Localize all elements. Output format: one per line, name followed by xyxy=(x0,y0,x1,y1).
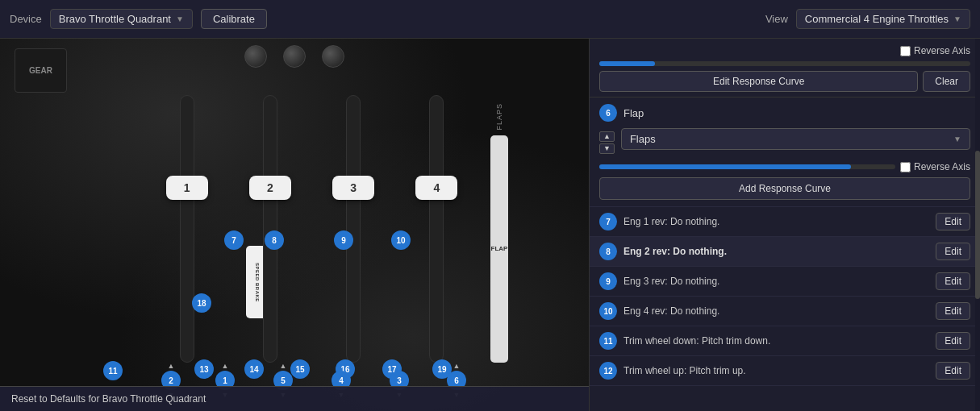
reverse-axis-flap[interactable]: Reverse Axis xyxy=(900,161,970,172)
badge-15[interactable]: 15 xyxy=(290,359,310,379)
action-badge-8: 8 xyxy=(599,243,617,260)
lever-handle-4: 4 xyxy=(415,176,457,200)
badge-6: 6 xyxy=(599,104,617,122)
curve-buttons: Edit Response Curve Clear xyxy=(599,71,970,92)
chevron-down-icon: ▼ xyxy=(176,15,184,23)
edit-button-11[interactable]: Edit xyxy=(936,332,970,350)
device-select[interactable]: Bravo Throttle Quadrant ▼ xyxy=(50,9,193,29)
edit-button-8[interactable]: Edit xyxy=(936,243,970,260)
progress-fill-top xyxy=(599,61,655,66)
badge-9[interactable]: 9 xyxy=(334,230,353,250)
edit-button-7[interactable]: Edit xyxy=(936,213,970,230)
badge-11[interactable]: 11 xyxy=(103,361,123,380)
flap-dropdown-value: Flaps xyxy=(630,133,656,145)
badge-13[interactable]: 13 xyxy=(194,359,214,379)
lever-1: 1 xyxy=(149,95,224,363)
clear-button[interactable]: Clear xyxy=(923,71,970,92)
lever-track-3: 3 xyxy=(346,95,361,363)
action-badge-9: 9 xyxy=(599,272,617,290)
left-panel: GEAR SPEED BRAKE xyxy=(0,39,589,411)
reset-label: Reset to Defaults for Bravo Throttle Qua… xyxy=(11,393,206,405)
reverse-axis-label-flap: Reverse Axis xyxy=(914,161,970,172)
reverse-axis-label-top: Reverse Axis xyxy=(914,45,970,56)
flap-section: 6 Flap ▲ ▼ Flaps ▼ R xyxy=(590,98,980,207)
knob-1 xyxy=(244,45,267,68)
add-response-curve-button[interactable]: Add Response Curve xyxy=(599,177,970,200)
flap-progress-fill xyxy=(599,164,851,169)
lever-3: 3 xyxy=(316,95,391,363)
lever-handle-1: 1 xyxy=(166,176,208,200)
action-row-12: 12Trim wheel up: Pitch trim up.Edit xyxy=(590,356,980,386)
flap-down-button[interactable]: ▼ xyxy=(599,143,615,154)
action-label-10: Eng 4 rev: Do nothing. xyxy=(623,305,929,317)
badge-14[interactable]: 14 xyxy=(244,359,264,379)
reverse-axis-checkbox-flap[interactable] xyxy=(900,162,911,172)
action-label-7: Eng 1 rev: Do nothing. xyxy=(623,216,929,227)
device-value: Bravo Throttle Quadrant xyxy=(59,13,171,25)
chevron-icon-flap: ▼ xyxy=(953,135,961,143)
lever-track-2: 2 xyxy=(263,95,277,363)
action-badge-11: 11 xyxy=(599,332,617,350)
action-row-9: 9Eng 3 rev: Do nothing.Edit xyxy=(590,267,980,297)
action-row-8: 8Eng 2 rev: Do nothing.Edit xyxy=(590,237,980,267)
lever-4: 4 xyxy=(399,95,474,363)
action-rows: 7Eng 1 rev: Do nothing.Edit8Eng 2 rev: D… xyxy=(590,207,980,386)
edit-button-10[interactable]: Edit xyxy=(936,302,970,320)
reverse-axis-top[interactable]: Reverse Axis xyxy=(900,45,970,56)
calibrate-button[interactable]: Calibrate xyxy=(201,9,267,29)
action-badge-7: 7 xyxy=(599,213,617,230)
gear-label: GEAR xyxy=(29,66,52,75)
action-label-8: Eng 2 rev: Do nothing. xyxy=(623,246,929,257)
flap-header: 6 Flap xyxy=(599,104,970,122)
gear-area: GEAR xyxy=(15,48,67,93)
flap-progress-bar xyxy=(599,164,895,169)
flap-handle: FLAP xyxy=(491,245,508,252)
badge-18[interactable]: 18 xyxy=(192,293,211,313)
action-row-7: 7Eng 1 rev: Do nothing.Edit xyxy=(590,207,980,237)
reverse-row-top: Reverse Axis xyxy=(599,45,970,56)
lever-track-1: 1 xyxy=(180,95,194,363)
flap-label: Flap xyxy=(623,107,644,119)
edit-button-12[interactable]: Edit xyxy=(936,362,970,380)
action-label-9: Eng 3 rev: Do nothing. xyxy=(623,276,929,287)
progress-bar-top xyxy=(599,61,970,66)
flap-up-button[interactable]: ▲ xyxy=(599,131,615,142)
view-value: Commercial 4 Engine Throttles xyxy=(805,13,949,25)
flap-stepper[interactable]: ▲ ▼ xyxy=(599,131,615,154)
action-badge-12: 12 xyxy=(599,362,617,380)
badge-10[interactable]: 10 xyxy=(391,230,411,250)
reverse-axis-checkbox-top[interactable] xyxy=(900,46,911,56)
lever-handle-3: 3 xyxy=(332,176,374,200)
badge-7[interactable]: 7 xyxy=(224,230,244,250)
edit-button-9[interactable]: Edit xyxy=(936,272,970,290)
knob-2 xyxy=(283,45,306,68)
scrollbar-thumb[interactable] xyxy=(975,151,980,300)
main-content: GEAR SPEED BRAKE xyxy=(0,39,980,411)
action-row-11: 11Trim wheel down: Pitch trim down.Edit xyxy=(590,326,980,356)
scrollbar-track[interactable] xyxy=(975,39,980,411)
view-label: View xyxy=(765,13,788,25)
flap-reverse-row: Reverse Axis xyxy=(599,161,970,172)
right-panel: Reverse Axis Edit Response Curve Clear 6… xyxy=(589,39,980,411)
reset-bar[interactable]: Reset to Defaults for Bravo Throttle Qua… xyxy=(0,386,589,411)
lever-handle-2: 2 xyxy=(249,176,291,200)
action-row-10: 10Eng 4 rev: Do nothing.Edit xyxy=(590,297,980,326)
top-knobs xyxy=(244,45,344,68)
action-badge-10: 10 xyxy=(599,302,617,320)
top-controls: Reverse Axis Edit Response Curve Clear xyxy=(590,39,980,98)
flaps-area-label: FLAPS xyxy=(495,103,503,131)
chevron-down-icon-2: ▼ xyxy=(953,15,961,23)
device-label: Device xyxy=(10,13,42,25)
lever-2: 2 xyxy=(232,95,307,363)
action-label-11: Trim wheel down: Pitch trim down. xyxy=(623,335,929,347)
flap-dropdown[interactable]: Flaps ▼ xyxy=(621,128,970,150)
badge-8[interactable]: 8 xyxy=(265,230,284,250)
lever-track-4: 4 xyxy=(429,95,444,363)
action-label-12: Trim wheel up: Pitch trim up. xyxy=(623,365,929,376)
edit-curve-button[interactable]: Edit Response Curve xyxy=(599,71,918,92)
top-bar: Device Bravo Throttle Quadrant ▼ Calibra… xyxy=(0,0,980,39)
knob-3 xyxy=(322,45,344,68)
view-select[interactable]: Commercial 4 Engine Throttles ▼ xyxy=(796,9,970,29)
